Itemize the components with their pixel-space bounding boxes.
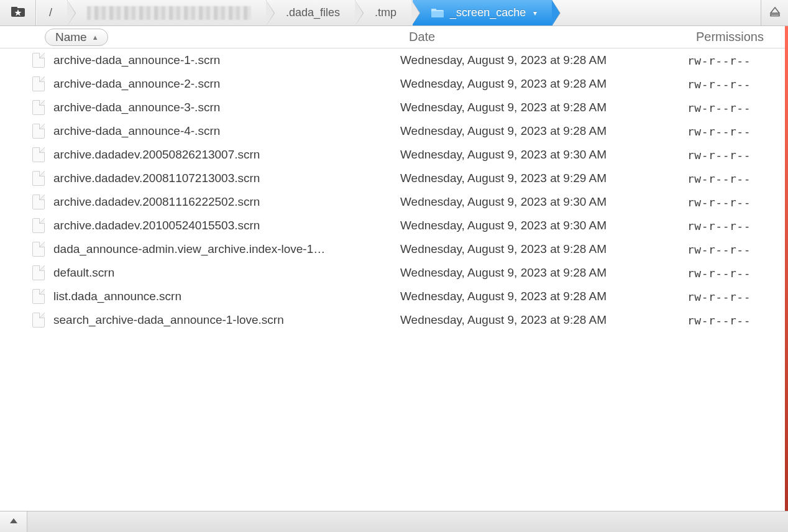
file-name: archive.dadadev.20050826213007.scrn <box>47 148 400 162</box>
file-permissions: rw-r--r-- <box>687 290 788 303</box>
column-headers: Name ▲ Date Permissions <box>0 26 788 48</box>
file-row[interactable]: default.scrnWednesday, August 9, 2023 at… <box>0 261 788 285</box>
file-permissions: rw-r--r-- <box>687 78 788 91</box>
document-icon <box>32 147 45 162</box>
file-name: archive.dadadev.20100524015503.scrn <box>47 219 400 232</box>
file-icon <box>30 195 47 209</box>
file-date: Wednesday, August 9, 2023 at 9:30 AM <box>400 195 687 209</box>
breadcrumb-root[interactable]: / <box>36 0 68 25</box>
breadcrumb-current[interactable]: _screen_cache ▾ <box>412 0 552 25</box>
file-name: dada_announce-admin.view_archive.index-l… <box>47 242 400 256</box>
file-icon <box>30 218 47 233</box>
file-icon <box>30 76 47 91</box>
file-name: default.scrn <box>47 266 400 280</box>
document-icon <box>32 265 45 280</box>
sort-pill-name[interactable]: Name ▲ <box>45 29 108 46</box>
file-icon <box>30 289 47 304</box>
file-date: Wednesday, August 9, 2023 at 9:30 AM <box>400 148 687 162</box>
folder-icon <box>431 8 444 18</box>
file-row[interactable]: archive.dadadev.20050826213007.scrnWedne… <box>0 143 788 167</box>
file-row[interactable]: archive-dada_announce-3-.scrnWednesday, … <box>0 96 788 119</box>
file-icon <box>30 124 47 139</box>
breadcrumb-redacted[interactable] <box>68 0 267 25</box>
column-permissions-label: Permissions <box>696 30 764 44</box>
file-row[interactable]: list.dada_announce.scrnWednesday, August… <box>0 285 788 308</box>
breadcrumb-current-label: _screen_cache <box>450 6 526 19</box>
file-date: Wednesday, August 9, 2023 at 9:29 AM <box>400 172 687 185</box>
file-permissions: rw-r--r-- <box>687 243 788 256</box>
document-icon <box>32 76 45 91</box>
file-permissions: rw-r--r-- <box>687 196 788 209</box>
file-permissions: rw-r--r-- <box>687 314 788 327</box>
document-icon <box>32 100 45 115</box>
file-date: Wednesday, August 9, 2023 at 9:28 AM <box>400 313 687 327</box>
file-permissions: rw-r--r-- <box>687 125 788 138</box>
file-name: archive-dada_announce-3-.scrn <box>47 101 400 114</box>
file-row[interactable]: archive-dada_announce-4-.scrnWednesday, … <box>0 119 788 143</box>
document-icon <box>32 124 45 139</box>
file-row[interactable]: archive-dada_announce-1-.scrnWednesday, … <box>0 48 788 72</box>
file-row[interactable]: archive.dadadev.20081107213003.scrnWedne… <box>0 167 788 190</box>
breadcrumb-segment[interactable]: .tmp <box>355 0 412 25</box>
breadcrumb-label: .dada_files <box>286 6 340 19</box>
document-icon <box>32 171 45 186</box>
column-header-permissions[interactable]: Permissions <box>696 30 788 44</box>
breadcrumb-segment[interactable]: .dada_files <box>267 0 355 25</box>
file-icon <box>30 147 47 162</box>
file-date: Wednesday, August 9, 2023 at 9:28 AM <box>400 124 687 138</box>
breadcrumb-segments: / .dada_files .tmp _screen_cache ▾ <box>36 0 761 25</box>
breadcrumb-bar: / .dada_files .tmp _screen_cache ▾ <box>0 0 788 26</box>
sort-asc-icon: ▲ <box>92 34 99 41</box>
file-icon <box>30 313 47 328</box>
file-permissions: rw-r--r-- <box>687 149 788 162</box>
column-header-name[interactable]: Name ▲ <box>45 29 409 46</box>
svg-rect-1 <box>11 7 17 9</box>
file-row[interactable]: archive.dadadev.20100524015503.scrnWedne… <box>0 214 788 237</box>
file-row[interactable]: archive.dadadev.20081116222502.scrnWedne… <box>0 190 788 214</box>
file-date: Wednesday, August 9, 2023 at 9:28 AM <box>400 53 687 67</box>
svg-rect-5 <box>431 11 444 17</box>
status-bar <box>0 511 788 532</box>
file-name: list.dada_announce.scrn <box>47 290 400 303</box>
svg-marker-6 <box>771 7 779 13</box>
file-permissions: rw-r--r-- <box>687 54 788 67</box>
file-date: Wednesday, August 9, 2023 at 9:28 AM <box>400 242 687 256</box>
file-date: Wednesday, August 9, 2023 at 9:28 AM <box>400 101 687 114</box>
file-date: Wednesday, August 9, 2023 at 9:30 AM <box>400 219 687 232</box>
file-name: archive.dadadev.20081107213003.scrn <box>47 172 400 185</box>
column-header-date[interactable]: Date <box>409 30 696 44</box>
favorites-button[interactable] <box>0 0 36 25</box>
file-row[interactable]: search_archive-dada_announce-1-love.scrn… <box>0 308 788 332</box>
column-name-label: Name <box>55 30 87 44</box>
document-icon <box>32 313 45 328</box>
breadcrumb-label: .tmp <box>375 6 396 19</box>
svg-rect-7 <box>771 14 779 16</box>
file-icon <box>30 265 47 280</box>
file-row[interactable]: dada_announce-admin.view_archive.index-l… <box>0 237 788 261</box>
document-icon <box>32 289 45 304</box>
column-date-label: Date <box>409 30 435 44</box>
file-permissions: rw-r--r-- <box>687 267 788 280</box>
file-name: archive-dada_announce-2-.scrn <box>47 77 400 91</box>
triangle-up-icon <box>9 517 18 526</box>
file-row[interactable]: archive-dada_announce-2-.scrnWednesday, … <box>0 72 788 96</box>
file-icon <box>30 171 47 186</box>
disclosure-button[interactable] <box>0 511 27 532</box>
document-icon <box>32 53 45 68</box>
svg-rect-4 <box>431 9 436 11</box>
file-date: Wednesday, August 9, 2023 at 9:28 AM <box>400 266 687 280</box>
document-icon <box>32 242 45 257</box>
svg-marker-8 <box>10 518 17 523</box>
file-date: Wednesday, August 9, 2023 at 9:28 AM <box>400 290 687 303</box>
document-icon <box>32 218 45 233</box>
file-list: archive-dada_announce-1-.scrnWednesday, … <box>0 48 788 511</box>
file-icon <box>30 53 47 68</box>
file-name: archive.dadadev.20081116222502.scrn <box>47 195 400 209</box>
eject-button[interactable] <box>761 0 788 25</box>
document-icon <box>32 195 45 209</box>
eject-icon <box>769 6 781 19</box>
file-icon <box>30 242 47 257</box>
status-bar-track <box>27 511 788 532</box>
star-folder-icon <box>11 6 25 19</box>
redacted-path-icon <box>87 6 251 20</box>
